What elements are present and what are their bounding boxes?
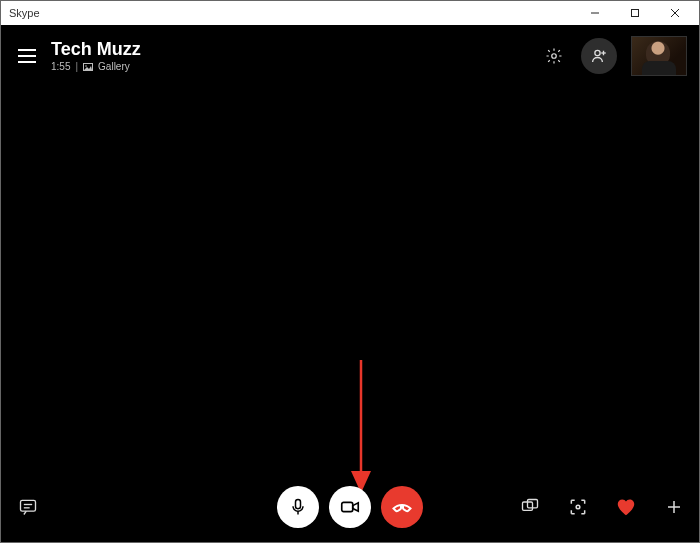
- svg-rect-20: [342, 502, 353, 511]
- svg-point-23: [576, 505, 580, 509]
- call-title-block: Tech Muzz 1:55 | Gallery: [51, 40, 141, 73]
- window-minimize-button[interactable]: [575, 1, 615, 25]
- snapshot-button[interactable]: [565, 494, 591, 520]
- add-person-icon: [590, 47, 608, 65]
- header-right: [541, 36, 687, 76]
- call-surface: Tech Muzz 1:55 | Gallery: [1, 25, 699, 542]
- svg-rect-1: [632, 10, 639, 17]
- self-video-thumbnail[interactable]: [631, 36, 687, 76]
- call-header: Tech Muzz 1:55 | Gallery: [1, 25, 699, 87]
- video-toggle-button[interactable]: [329, 486, 371, 528]
- bottom-right-controls: [517, 494, 687, 520]
- os-titlebar: Skype: [1, 1, 699, 25]
- subline-separator: |: [75, 61, 78, 72]
- svg-rect-18: [296, 500, 301, 509]
- snapshot-icon: [568, 497, 588, 517]
- microphone-icon: [288, 497, 308, 517]
- call-subline: 1:55 | Gallery: [51, 61, 141, 72]
- plus-icon: [665, 498, 683, 516]
- microphone-toggle-button[interactable]: [277, 486, 319, 528]
- gallery-label[interactable]: Gallery: [98, 61, 130, 72]
- app-window: Skype Tech Muzz 1:55: [0, 0, 700, 543]
- hangup-icon: [390, 495, 414, 519]
- menu-icon: [18, 49, 36, 63]
- add-participant-button[interactable]: [581, 38, 617, 74]
- open-chat-button[interactable]: [15, 494, 41, 520]
- gear-icon: [545, 47, 563, 65]
- svg-point-9: [552, 54, 557, 59]
- gallery-icon: [83, 63, 93, 71]
- share-screen-button[interactable]: [517, 494, 543, 520]
- video-icon: [339, 496, 361, 518]
- menu-button[interactable]: [13, 42, 41, 70]
- chat-icon: [18, 497, 38, 517]
- settings-button[interactable]: [541, 43, 567, 69]
- app-title: Skype: [9, 7, 575, 19]
- primary-call-controls: [277, 486, 423, 528]
- end-call-button[interactable]: [381, 486, 423, 528]
- svg-point-10: [595, 50, 600, 55]
- svg-rect-15: [21, 500, 36, 511]
- heart-icon: [615, 496, 637, 518]
- share-screen-icon: [520, 497, 540, 517]
- add-more-button[interactable]: [661, 494, 687, 520]
- window-close-button[interactable]: [655, 1, 695, 25]
- react-heart-button[interactable]: [613, 494, 639, 520]
- call-duration: 1:55: [51, 61, 70, 72]
- call-controls-bar: [1, 472, 699, 542]
- svg-point-8: [85, 65, 87, 67]
- window-maximize-button[interactable]: [615, 1, 655, 25]
- bottom-left-controls: [15, 494, 41, 520]
- call-title: Tech Muzz: [51, 40, 141, 60]
